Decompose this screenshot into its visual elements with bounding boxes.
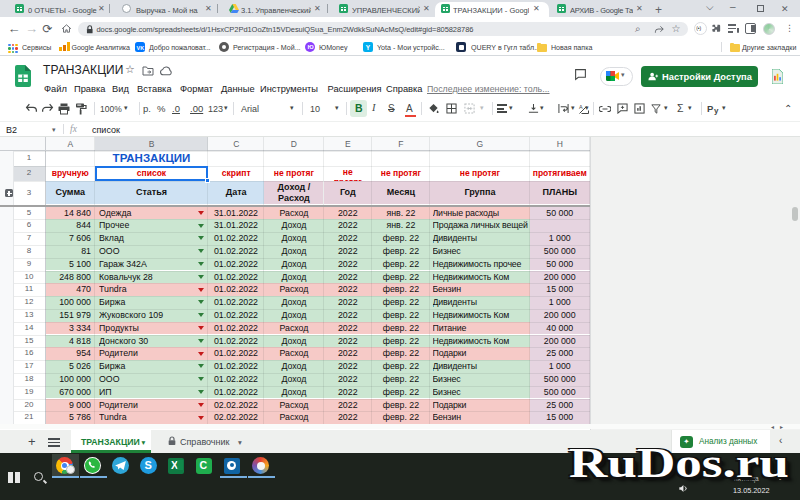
svg-text:A: A xyxy=(579,104,583,110)
